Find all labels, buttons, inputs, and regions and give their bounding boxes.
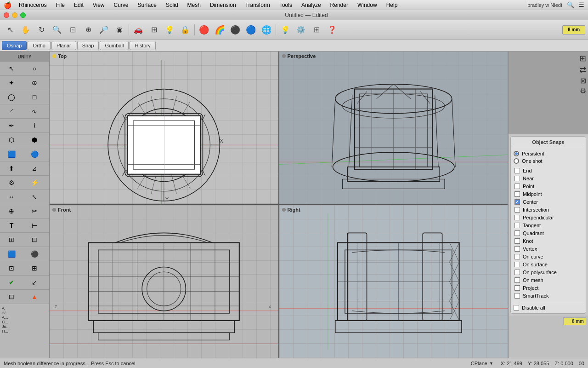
render-color-tool[interactable]: 🔴 [197,23,211,37]
gumball-toggle[interactable]: Gumball [100,41,129,50]
text-tool[interactable]: T [0,218,23,232]
pan-tool[interactable]: ✋ [18,23,33,37]
snap-oncurve[interactable]: On curve [514,253,583,260]
mesh-tool[interactable]: ⬡ [0,133,23,147]
cplane-dropdown-icon[interactable]: ▼ [489,361,493,366]
snap-option-oneshot[interactable]: One shot [514,158,583,164]
snap-toggle[interactable]: Snap [77,41,99,50]
array-tool[interactable]: ⊞ [23,261,46,275]
solid-box-tool[interactable]: 🟦 [0,147,23,161]
viewport-perspective[interactable]: Perspective [279,52,508,204]
square-tool[interactable]: □ [23,90,46,104]
arrow-down-tool[interactable]: ↙ [23,276,46,289]
status-cplane[interactable]: CPlane ▼ [471,361,493,366]
extrude-tool[interactable]: ⬆ [0,161,23,175]
snap-point[interactable]: Point [514,183,583,190]
menu-view[interactable]: View [91,2,107,8]
snap-midpoint[interactable]: Midpoint [514,191,583,197]
help-tool[interactable]: ❓ [325,23,339,37]
menu-mesh[interactable]: Mesh [186,2,203,8]
globe-tool[interactable]: 🌐 [259,23,274,37]
shade-tool[interactable]: ◉ [112,23,127,37]
snap-project[interactable]: Project [514,285,583,291]
zoom-window-tool[interactable]: 🔍 [50,23,64,37]
rotate-tool[interactable]: ↻ [34,23,49,37]
panel-tool[interactable]: ⊞ [309,23,324,37]
cursor-tool[interactable]: ↖ [3,23,17,37]
grid-snap-tool[interactable]: ⊞ [0,233,23,247]
viewport-right[interactable]: Right [279,205,508,358]
3d-sphere-tool[interactable]: ⚫ [23,247,46,261]
snap-near[interactable]: Near [514,175,583,182]
menu-window[interactable]: Window [356,2,379,8]
freehand-tool[interactable]: ✒ [0,119,23,132]
sun-tool[interactable]: ⚙️ [294,23,308,37]
menu-help[interactable]: Help [384,2,400,8]
menu-tools[interactable]: Tools [277,2,294,8]
snap-knot[interactable]: Knot [514,238,583,244]
color-wheel-tool[interactable]: 🌈 [212,23,227,37]
layer-tool[interactable]: ⊟ [23,233,46,247]
menu-edit[interactable]: Edit [72,2,85,8]
shaded-sphere-tool[interactable]: 🔵 [243,23,258,37]
maximize-button[interactable] [20,12,26,18]
viewport-top[interactable]: Top [50,52,278,204]
gear-tool[interactable]: ⚙ [0,176,23,190]
sweep-tool[interactable]: ⊿ [23,161,46,175]
menu-list-icon[interactable]: ☰ [579,1,584,8]
snap-onsurface[interactable]: On surface [514,261,583,268]
ortho-toggle[interactable]: Ortho [28,41,51,50]
snap-disable-all[interactable]: Disable all [514,305,583,310]
block-tool[interactable]: ⊡ [0,261,23,275]
lasso-tool[interactable]: ○ [23,62,46,75]
zoom-extents-tool[interactable]: ⊡ [65,23,80,37]
options-icon[interactable]: ⚙ [580,86,586,95]
zoom-tool[interactable]: 🔎 [96,23,111,37]
lock-tool[interactable]: 🔒 [178,23,192,37]
snap-smarttrack[interactable]: SmartTrack [514,293,583,299]
curve-tool[interactable]: ∿ [23,104,46,118]
menu-dimension[interactable]: Dimension [208,2,238,8]
viewport-front[interactable]: Front [50,205,278,358]
3d-box-tool[interactable]: 🟦 [0,247,23,261]
menu-curve[interactable]: Curve [112,2,130,8]
snap-perpendicular[interactable]: Perpendicular [514,214,583,221]
dim-tool[interactable]: ⊢ [23,218,46,232]
snap-tangent[interactable]: Tangent [514,222,583,229]
boolean-tool[interactable]: ⊕ [0,204,23,218]
move-tool[interactable]: ↔ [0,190,23,204]
snap-onmesh[interactable]: On mesh [514,277,583,283]
snap-intersection[interactable]: Intersection [514,207,583,213]
scale-tool[interactable]: ⤡ [23,190,46,204]
light-tool[interactable]: 💡 [278,23,293,37]
history-toggle[interactable]: History [130,41,155,50]
snap-option-persistent[interactable]: Persistent [514,151,583,156]
menu-transform[interactable]: Transform [243,2,272,8]
snap-center[interactable]: Center [514,199,583,205]
circle-tool[interactable]: ◯ [0,90,23,104]
polyline-tool[interactable]: ⌇ [23,119,46,132]
check-tool[interactable]: ✔ [0,276,23,289]
solid-sphere-tool[interactable]: 🔵 [23,147,46,161]
menu-file[interactable]: File [54,2,67,8]
zoom-selected-tool[interactable]: ⊕ [81,23,96,37]
point-tool[interactable]: 💡 [162,23,177,37]
menu-surface[interactable]: Surface [136,2,158,8]
sync-icon[interactable]: ⇄ [579,65,586,75]
menu-search-icon[interactable]: 🔍 [567,1,574,8]
osnap-toggle[interactable]: Osnap [2,41,27,50]
multi-select-tool[interactable]: ⊕ [23,76,46,90]
lightning-tool[interactable]: ⚡ [23,176,46,190]
grid-tool[interactable]: ⊞ [147,23,161,37]
menu-analyze[interactable]: Analyze [300,2,323,8]
maximize-viewport-icon[interactable]: ⊞ [579,53,586,63]
trim-tool[interactable]: ✂ [23,204,46,218]
menu-render[interactable]: Render [328,2,350,8]
point-snap-tool[interactable]: ✦ [0,76,23,90]
triangle-tool[interactable]: ▲ [23,290,46,304]
select-tool[interactable]: ↖ [0,62,23,75]
snap-end[interactable]: End [514,167,583,174]
snap-quadrant[interactable]: Quadrant [514,230,583,236]
nurbs-tool[interactable]: ⬢ [23,133,46,147]
minimize-button[interactable] [12,12,17,18]
